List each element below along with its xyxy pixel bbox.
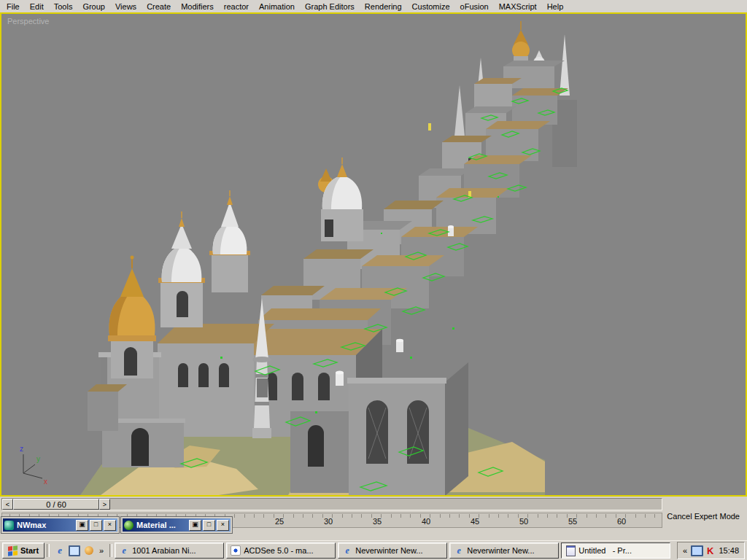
show-desktop-icon[interactable] xyxy=(69,545,80,556)
menu-help[interactable]: Help xyxy=(542,1,569,12)
taskbar-window-buttons: e 1001 Arabian Ni... ACDSee 5.0 - ma... … xyxy=(115,542,675,559)
viewport-label[interactable]: Perspective xyxy=(7,17,49,26)
menu-create[interactable]: Create xyxy=(142,1,176,12)
taskbar-button-neverwinter-2[interactable]: e Neverwinter New... xyxy=(449,542,559,559)
nwmax-window-title: NWmax xyxy=(14,521,74,529)
internet-explorer-icon: e xyxy=(454,545,464,556)
menu-customize[interactable]: Customize xyxy=(407,1,455,12)
start-label: Start xyxy=(20,546,39,555)
menu-animation[interactable]: Animation xyxy=(254,1,300,12)
frame-tick-55: 55 xyxy=(568,517,577,526)
frame-tick-40: 40 xyxy=(422,517,430,526)
axis-x-label: x xyxy=(44,478,47,486)
frame-tick-25: 25 xyxy=(275,517,284,526)
maximize-button[interactable]: □ xyxy=(90,520,102,531)
frame-tick-35: 35 xyxy=(373,517,382,526)
taskbar-divider xyxy=(109,544,112,557)
taskbar-divider xyxy=(47,544,50,557)
quick-launch-overflow-chevron[interactable]: » xyxy=(98,546,105,555)
menu-modifiers[interactable]: Modifiers xyxy=(176,1,219,12)
perspective-viewport[interactable]: z x y Perspective xyxy=(0,12,747,497)
nwmax-minimized-window[interactable]: NWmax ▣ □ × xyxy=(1,517,119,533)
viewport-scene[interactable]: z x y xyxy=(1,14,746,495)
menu-graph-editors[interactable]: Graph Editors xyxy=(300,1,360,12)
material-editor-icon xyxy=(124,521,133,530)
menu-edit[interactable]: Edit xyxy=(25,1,49,12)
frame-tick-60: 60 xyxy=(617,517,626,526)
frame-tick-30: 30 xyxy=(324,517,333,526)
taskbar: Start e » e 1001 Arabian Ni... ACDSee 5.… xyxy=(0,540,747,560)
nwmax-icon xyxy=(4,521,14,530)
previous-frame-button[interactable]: < xyxy=(2,499,13,510)
menu-file[interactable]: File xyxy=(1,1,25,12)
axis-z-label: z xyxy=(20,445,23,453)
kaspersky-tray-icon[interactable]: K xyxy=(707,545,713,556)
3dsmax-expert-mode-screen: File Edit Tools Group Views Create Modif… xyxy=(0,0,747,560)
axis-y-label: y xyxy=(36,455,40,463)
media-player-icon[interactable] xyxy=(83,545,95,556)
menu-reactor[interactable]: reactor xyxy=(219,1,254,12)
material-editor-minimized-window[interactable]: Material ... ▣ □ × xyxy=(121,517,232,533)
taskbar-clock: 15:48 xyxy=(719,546,739,555)
menu-ofusion[interactable]: oFusion xyxy=(455,1,494,12)
bottom-panel: < 0 / 60 > 25 30 35 40 45 50 55 60 Cance… xyxy=(0,497,747,540)
next-frame-button[interactable]: > xyxy=(99,499,110,510)
internet-explorer-icon: e xyxy=(119,545,129,556)
taskbar-button-untitled-active[interactable]: Untitled - Pr... xyxy=(561,542,670,559)
frame-tick-45: 45 xyxy=(471,517,479,526)
taskbar-button-neverwinter-1[interactable]: e Neverwinter New... xyxy=(338,542,447,559)
quick-launch-bar: e » xyxy=(52,545,107,556)
tray-overflow-chevron[interactable]: « xyxy=(683,546,687,555)
close-button[interactable]: × xyxy=(217,520,229,531)
menu-rendering[interactable]: Rendering xyxy=(360,1,407,12)
internet-explorer-icon[interactable]: e xyxy=(54,545,66,556)
document-icon xyxy=(565,545,576,556)
start-button[interactable]: Start xyxy=(2,542,44,559)
menu-group[interactable]: Group xyxy=(77,1,110,12)
windows-logo-icon xyxy=(8,545,18,556)
material-editor-window-title: Material ... xyxy=(133,521,187,529)
menu-views[interactable]: Views xyxy=(110,1,142,12)
taskbar-button-acdsee[interactable]: ACDSee 5.0 - ma... xyxy=(226,542,336,559)
time-slider[interactable]: < 0 / 60 > xyxy=(1,498,662,510)
cancel-expert-mode-button[interactable]: Cancel Expert Mode xyxy=(667,512,740,521)
internet-explorer-icon: e xyxy=(342,545,352,556)
menu-bar: File Edit Tools Group Views Create Modif… xyxy=(0,0,747,12)
display-tray-icon[interactable] xyxy=(691,545,703,556)
acdsee-icon xyxy=(231,545,241,556)
time-slider-handle[interactable]: 0 / 60 xyxy=(13,499,99,510)
restore-button[interactable]: ▣ xyxy=(189,520,201,531)
time-slider-track[interactable] xyxy=(110,499,662,510)
maximize-button[interactable]: □ xyxy=(203,520,215,531)
restore-button[interactable]: ▣ xyxy=(76,520,88,531)
close-button[interactable]: × xyxy=(104,520,116,531)
menu-maxscript[interactable]: MAXScript xyxy=(494,1,542,12)
system-tray: « K 15:48 xyxy=(677,542,745,559)
menu-tools[interactable]: Tools xyxy=(49,1,78,12)
taskbar-button-1001-arabian-nights[interactable]: e 1001 Arabian Ni... xyxy=(115,542,224,559)
frame-tick-50: 50 xyxy=(519,517,528,526)
